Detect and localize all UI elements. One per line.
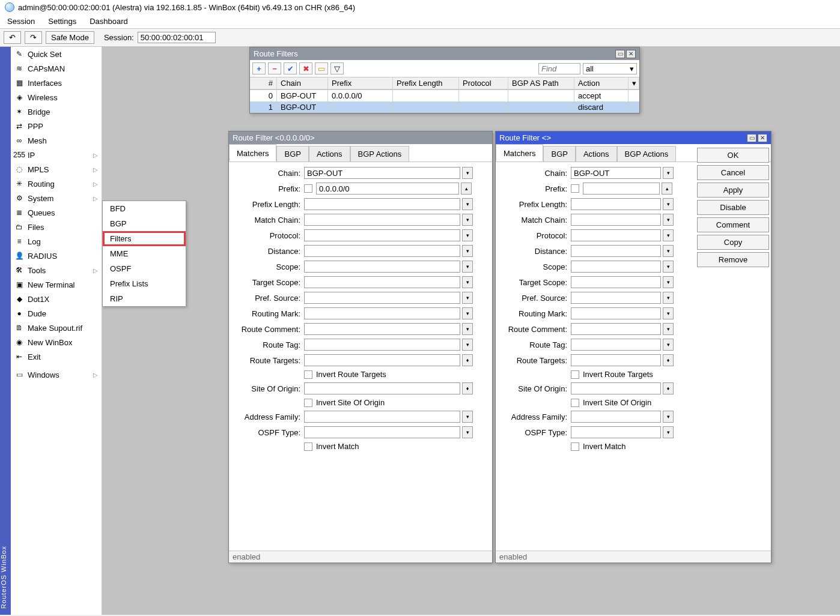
input-dist[interactable] <box>571 245 661 257</box>
sidebar-item-new-winbox[interactable]: ◉New WinBox <box>11 335 102 349</box>
input-plen[interactable] <box>304 198 460 210</box>
dropdown-icon[interactable]: ▾ <box>462 198 473 210</box>
sidebar-item-queues[interactable]: ≣Queues <box>11 205 102 220</box>
comment-button[interactable]: Comment <box>697 217 769 232</box>
all-select[interactable]: all▾ <box>583 63 637 74</box>
sidebar-item-radius[interactable]: 👤RADIUS <box>11 249 102 263</box>
cancel-button[interactable]: Cancel <box>697 165 769 180</box>
input-rmark[interactable] <box>571 307 661 319</box>
input-psrc[interactable] <box>304 292 460 304</box>
input-rmark[interactable] <box>304 307 460 319</box>
sidebar-item-dude[interactable]: ●Dude <box>11 306 102 321</box>
dropdown-icon[interactable]: ▾ <box>663 411 674 423</box>
redo-button[interactable]: ↷ <box>25 31 42 44</box>
dropdown-icon[interactable]: ♦ <box>663 382 674 394</box>
submenu-item-ospf[interactable]: OSPF <box>103 261 186 276</box>
dropdown-icon[interactable]: ▾ <box>663 426 674 438</box>
remove-button[interactable]: Remove <box>697 252 769 267</box>
input-tscope[interactable] <box>571 276 661 288</box>
menu-dashboard[interactable]: Dashboard <box>87 16 130 27</box>
dropdown-icon[interactable]: ▾ <box>462 292 473 304</box>
comment-button[interactable]: ▭ <box>315 62 328 74</box>
sidebar-item-exit[interactable]: ⇤Exit <box>11 349 102 364</box>
checkbox-isoo[interactable] <box>304 399 312 407</box>
input-psrc[interactable] <box>571 292 661 304</box>
sidebar-item-tools[interactable]: 🛠Tools▷ <box>11 263 102 277</box>
checkbox-imatch[interactable] <box>304 442 312 451</box>
input-dist[interactable] <box>304 245 460 257</box>
sidebar-item-dot1x[interactable]: ◆Dot1X <box>11 292 102 306</box>
dropdown-icon[interactable]: ▾ <box>663 245 674 257</box>
table-row[interactable]: 1BGP-OUTdiscard <box>250 101 639 113</box>
sidebar-item-capsman[interactable]: ≋CAPsMAN <box>11 61 102 76</box>
input-chain[interactable] <box>571 167 661 179</box>
dropdown-icon[interactable]: ▾ <box>462 245 473 257</box>
sidebar-item-mesh[interactable]: ∞Mesh <box>11 133 102 148</box>
add-button[interactable]: + <box>252 62 266 74</box>
sidebar-item-ip[interactable]: 255IP▷ <box>11 148 102 162</box>
dropdown-icon[interactable]: ▾ <box>462 214 473 226</box>
tab-bgp[interactable]: BGP <box>543 146 575 162</box>
tab-bgp[interactable]: BGP <box>276 146 308 162</box>
input-prefix[interactable] <box>316 183 459 195</box>
apply-button[interactable]: Apply <box>697 183 769 198</box>
dropdown-icon[interactable]: ▾ <box>663 261 674 273</box>
checkbox-imatch[interactable] <box>571 442 579 451</box>
dropdown-icon[interactable]: ▾ <box>462 426 473 438</box>
disable-button[interactable]: Disable <box>697 200 769 215</box>
sidebar-item-log[interactable]: ≡Log <box>11 234 102 249</box>
submenu-item-mme[interactable]: MME <box>103 246 186 261</box>
dropdown-icon[interactable]: ▾ <box>663 307 674 319</box>
input-rtgt[interactable] <box>304 354 460 366</box>
disable-button[interactable]: ✖ <box>299 62 312 74</box>
undo-button[interactable]: ↶ <box>4 31 21 44</box>
checkbox-irt[interactable] <box>571 370 579 379</box>
dropdown-icon[interactable]: ▾ <box>663 198 674 210</box>
close-icon[interactable]: ✕ <box>626 50 636 58</box>
input-rtgt[interactable] <box>571 354 661 366</box>
sidebar-item-make-supout-rif[interactable]: 🗎Make Supout.rif <box>11 321 102 335</box>
input-plen[interactable] <box>571 198 661 210</box>
input-rtag[interactable] <box>304 339 460 351</box>
dropdown-icon[interactable]: ▾ <box>462 307 473 319</box>
prefix-enable-checkbox[interactable] <box>304 184 312 193</box>
minimize-icon[interactable]: ▭ <box>615 50 625 58</box>
checkbox-isoo[interactable] <box>571 399 579 407</box>
dropdown-icon[interactable]: ▴ <box>461 183 472 195</box>
input-rcom[interactable] <box>304 323 460 335</box>
dropdown-icon[interactable]: ♦ <box>462 354 473 366</box>
submenu-item-rip[interactable]: RIP <box>103 291 186 306</box>
dropdown-icon[interactable]: ▾ <box>462 411 473 423</box>
safe-mode-button[interactable]: Safe Mode <box>46 31 94 44</box>
close-icon[interactable]: ✕ <box>758 134 767 142</box>
dropdown-icon[interactable]: ▾ <box>663 167 674 179</box>
dropdown-icon[interactable]: ▾ <box>663 229 674 241</box>
checkbox-irt[interactable] <box>304 370 312 379</box>
input-afam[interactable] <box>571 411 661 423</box>
dropdown-icon[interactable]: ▾ <box>462 229 473 241</box>
sidebar-item-mpls[interactable]: ◌MPLS▷ <box>11 162 102 177</box>
sidebar-item-system[interactable]: ⚙System▷ <box>11 191 102 205</box>
sidebar-item-files[interactable]: 🗀Files <box>11 220 102 234</box>
input-scope[interactable] <box>571 261 661 273</box>
sidebar-item-routing[interactable]: ✳Routing▷ <box>11 177 102 191</box>
dropdown-icon[interactable]: ♦ <box>462 382 473 394</box>
dropdown-icon[interactable]: ▾ <box>462 339 473 351</box>
input-mchain[interactable] <box>304 214 460 226</box>
input-soo[interactable] <box>571 382 661 394</box>
filter-button[interactable]: ▽ <box>330 62 344 74</box>
dropdown-icon[interactable]: ▴ <box>662 183 672 195</box>
table-row[interactable]: 0BGP-OUT0.0.0.0/0accept <box>250 90 639 101</box>
input-scope[interactable] <box>304 261 460 273</box>
prefix-enable-checkbox[interactable] <box>571 184 579 193</box>
remove-button[interactable]: − <box>268 62 281 74</box>
sidebar-item-new-terminal[interactable]: ▣New Terminal <box>11 277 102 292</box>
sidebar-item-windows[interactable]: ▭Windows▷ <box>11 367 102 382</box>
ok-button[interactable]: OK <box>697 148 769 163</box>
input-proto[interactable] <box>571 229 661 241</box>
dropdown-icon[interactable]: ▾ <box>663 323 674 335</box>
input-mchain[interactable] <box>571 214 661 226</box>
sidebar-item-interfaces[interactable]: ▦Interfaces <box>11 76 102 90</box>
dropdown-icon[interactable]: ▾ <box>663 276 674 288</box>
dropdown-icon[interactable]: ▾ <box>663 214 674 226</box>
